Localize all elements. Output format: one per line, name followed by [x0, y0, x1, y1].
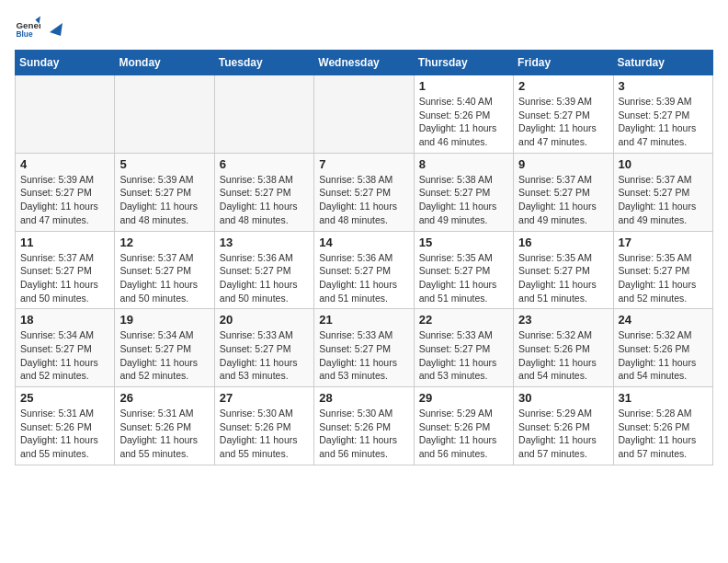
- calendar-week-row: 11Sunrise: 5:37 AM Sunset: 5:27 PM Dayli…: [16, 231, 713, 309]
- calendar-cell: 29Sunrise: 5:29 AM Sunset: 5:26 PM Dayli…: [414, 387, 513, 465]
- day-number: 3: [619, 79, 708, 93]
- day-number: 28: [319, 391, 408, 405]
- day-number: 13: [220, 236, 309, 249]
- calendar-week-row: 25Sunrise: 5:31 AM Sunset: 5:26 PM Dayli…: [16, 387, 713, 465]
- calendar-cell: 3Sunrise: 5:39 AM Sunset: 5:27 PM Daylig…: [613, 75, 712, 154]
- calendar-cell: 11Sunrise: 5:37 AM Sunset: 5:27 PM Dayli…: [16, 231, 115, 309]
- calendar-cell: 12Sunrise: 5:37 AM Sunset: 5:27 PM Dayli…: [115, 231, 214, 309]
- day-info: Sunrise: 5:35 AM Sunset: 5:27 PM Dayligh…: [518, 251, 608, 305]
- day-number: 6: [220, 157, 309, 171]
- calendar-day-header: Friday: [514, 51, 613, 75]
- day-info: Sunrise: 5:38 AM Sunset: 5:27 PM Dayligh…: [419, 173, 508, 227]
- day-info: Sunrise: 5:31 AM Sunset: 5:26 PM Dayligh…: [20, 407, 109, 461]
- day-info: Sunrise: 5:37 AM Sunset: 5:27 PM Dayligh…: [518, 173, 608, 227]
- day-number: 10: [619, 157, 708, 171]
- calendar-cell: 28Sunrise: 5:30 AM Sunset: 5:26 PM Dayli…: [314, 387, 414, 465]
- day-number: 20: [220, 313, 309, 327]
- day-number: 18: [20, 313, 109, 327]
- day-info: Sunrise: 5:35 AM Sunset: 5:27 PM Dayligh…: [419, 251, 508, 305]
- day-info: Sunrise: 5:35 AM Sunset: 5:27 PM Dayligh…: [619, 251, 708, 305]
- day-number: 11: [20, 236, 109, 249]
- calendar-cell: 10Sunrise: 5:37 AM Sunset: 5:27 PM Dayli…: [613, 153, 712, 231]
- day-info: Sunrise: 5:38 AM Sunset: 5:27 PM Dayligh…: [319, 173, 408, 227]
- day-info: Sunrise: 5:29 AM Sunset: 5:26 PM Dayligh…: [419, 407, 508, 461]
- day-number: 21: [319, 313, 408, 327]
- calendar-week-row: 4Sunrise: 5:39 AM Sunset: 5:27 PM Daylig…: [16, 153, 713, 231]
- day-info: Sunrise: 5:31 AM Sunset: 5:26 PM Dayligh…: [119, 407, 209, 461]
- day-info: Sunrise: 5:36 AM Sunset: 5:27 PM Dayligh…: [220, 251, 309, 305]
- day-info: Sunrise: 5:37 AM Sunset: 5:27 PM Dayligh…: [119, 251, 209, 305]
- calendar-week-row: 1Sunrise: 5:40 AM Sunset: 5:26 PM Daylig…: [16, 75, 713, 154]
- day-number: 19: [119, 313, 209, 327]
- day-info: Sunrise: 5:32 AM Sunset: 5:26 PM Dayligh…: [518, 328, 608, 383]
- calendar-cell: 17Sunrise: 5:35 AM Sunset: 5:27 PM Dayli…: [613, 231, 712, 309]
- day-number: 27: [220, 391, 309, 405]
- calendar-cell: 9Sunrise: 5:37 AM Sunset: 5:27 PM Daylig…: [514, 153, 613, 231]
- day-info: Sunrise: 5:39 AM Sunset: 5:27 PM Dayligh…: [20, 173, 109, 227]
- arrow-icon: [46, 19, 63, 36]
- day-info: Sunrise: 5:33 AM Sunset: 5:27 PM Dayligh…: [419, 328, 508, 383]
- calendar-table: SundayMondayTuesdayWednesdayThursdayFrid…: [15, 50, 713, 465]
- calendar-cell: 22Sunrise: 5:33 AM Sunset: 5:27 PM Dayli…: [414, 309, 513, 387]
- day-info: Sunrise: 5:30 AM Sunset: 5:26 PM Dayligh…: [220, 407, 309, 461]
- day-info: Sunrise: 5:37 AM Sunset: 5:27 PM Dayligh…: [619, 173, 708, 227]
- day-number: 2: [518, 79, 608, 93]
- day-number: 5: [119, 157, 209, 171]
- day-info: Sunrise: 5:30 AM Sunset: 5:26 PM Dayligh…: [319, 407, 408, 461]
- calendar-cell: 2Sunrise: 5:39 AM Sunset: 5:27 PM Daylig…: [514, 75, 613, 154]
- day-info: Sunrise: 5:40 AM Sunset: 5:26 PM Dayligh…: [419, 95, 508, 149]
- day-info: Sunrise: 5:36 AM Sunset: 5:27 PM Dayligh…: [319, 251, 408, 305]
- day-number: 15: [419, 236, 508, 249]
- svg-marker-3: [50, 23, 63, 36]
- day-info: Sunrise: 5:39 AM Sunset: 5:27 PM Dayligh…: [518, 95, 608, 149]
- calendar-cell: 5Sunrise: 5:39 AM Sunset: 5:27 PM Daylig…: [115, 153, 214, 231]
- logo-icon: General Blue: [15, 15, 40, 40]
- day-info: Sunrise: 5:29 AM Sunset: 5:26 PM Dayligh…: [518, 407, 608, 461]
- day-number: 7: [319, 157, 408, 171]
- day-number: 29: [419, 391, 508, 405]
- day-info: Sunrise: 5:32 AM Sunset: 5:26 PM Dayligh…: [619, 328, 708, 383]
- day-number: 8: [419, 157, 508, 171]
- calendar-cell: [16, 75, 115, 154]
- day-info: Sunrise: 5:39 AM Sunset: 5:27 PM Dayligh…: [119, 173, 209, 227]
- calendar-cell: 13Sunrise: 5:36 AM Sunset: 5:27 PM Dayli…: [214, 231, 313, 309]
- calendar-cell: [115, 75, 214, 154]
- day-number: 25: [20, 391, 109, 405]
- day-info: Sunrise: 5:28 AM Sunset: 5:26 PM Dayligh…: [619, 407, 708, 461]
- day-info: Sunrise: 5:37 AM Sunset: 5:27 PM Dayligh…: [20, 251, 109, 305]
- day-number: 16: [518, 236, 608, 249]
- calendar-day-header: Monday: [115, 51, 214, 75]
- calendar-cell: 16Sunrise: 5:35 AM Sunset: 5:27 PM Dayli…: [514, 231, 613, 309]
- calendar-cell: 4Sunrise: 5:39 AM Sunset: 5:27 PM Daylig…: [16, 153, 115, 231]
- day-number: 14: [319, 236, 408, 249]
- day-info: Sunrise: 5:34 AM Sunset: 5:27 PM Dayligh…: [119, 328, 209, 383]
- day-number: 26: [119, 391, 209, 405]
- calendar-day-header: Thursday: [414, 51, 513, 75]
- calendar-cell: 26Sunrise: 5:31 AM Sunset: 5:26 PM Dayli…: [115, 387, 214, 465]
- day-number: 22: [419, 313, 508, 327]
- day-number: 1: [419, 79, 508, 93]
- calendar-cell: 25Sunrise: 5:31 AM Sunset: 5:26 PM Dayli…: [16, 387, 115, 465]
- calendar-cell: 30Sunrise: 5:29 AM Sunset: 5:26 PM Dayli…: [514, 387, 613, 465]
- day-number: 24: [619, 313, 708, 327]
- day-info: Sunrise: 5:33 AM Sunset: 5:27 PM Dayligh…: [220, 328, 309, 383]
- calendar-cell: 24Sunrise: 5:32 AM Sunset: 5:26 PM Dayli…: [613, 309, 712, 387]
- calendar-cell: 19Sunrise: 5:34 AM Sunset: 5:27 PM Dayli…: [115, 309, 214, 387]
- calendar-cell: 27Sunrise: 5:30 AM Sunset: 5:26 PM Dayli…: [214, 387, 313, 465]
- day-number: 9: [518, 157, 608, 171]
- calendar-cell: 14Sunrise: 5:36 AM Sunset: 5:27 PM Dayli…: [314, 231, 414, 309]
- calendar-cell: 18Sunrise: 5:34 AM Sunset: 5:27 PM Dayli…: [16, 309, 115, 387]
- calendar-week-row: 18Sunrise: 5:34 AM Sunset: 5:27 PM Dayli…: [16, 309, 713, 387]
- calendar-cell: 7Sunrise: 5:38 AM Sunset: 5:27 PM Daylig…: [314, 153, 414, 231]
- day-number: 17: [619, 236, 708, 249]
- calendar-cell: 31Sunrise: 5:28 AM Sunset: 5:26 PM Dayli…: [613, 387, 712, 465]
- calendar-cell: 8Sunrise: 5:38 AM Sunset: 5:27 PM Daylig…: [414, 153, 513, 231]
- page-header: General Blue: [15, 15, 713, 40]
- day-info: Sunrise: 5:39 AM Sunset: 5:27 PM Dayligh…: [619, 95, 708, 149]
- calendar-cell: 1Sunrise: 5:40 AM Sunset: 5:26 PM Daylig…: [414, 75, 513, 154]
- calendar-day-header: Wednesday: [314, 51, 414, 75]
- day-number: 23: [518, 313, 608, 327]
- logo: General Blue: [15, 15, 63, 40]
- day-info: Sunrise: 5:38 AM Sunset: 5:27 PM Dayligh…: [220, 173, 309, 227]
- calendar-cell: 20Sunrise: 5:33 AM Sunset: 5:27 PM Dayli…: [214, 309, 313, 387]
